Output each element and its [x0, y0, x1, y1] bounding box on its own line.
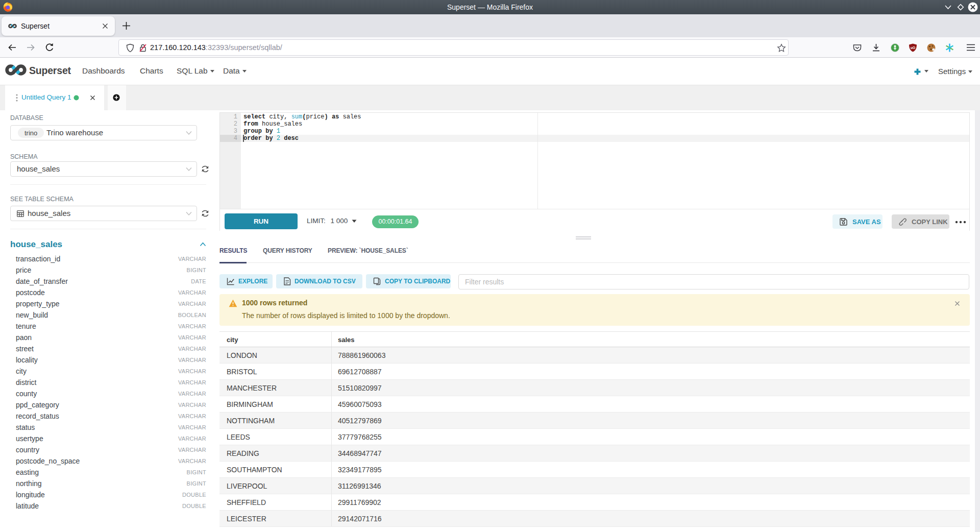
svg-text:uO: uO [911, 46, 915, 50]
